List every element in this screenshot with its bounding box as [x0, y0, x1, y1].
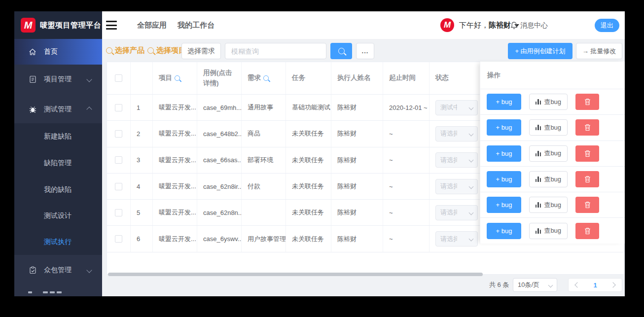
filter-links: 选择产品 选择项目	[106, 39, 186, 62]
status-select[interactable]: 请选择	[435, 231, 478, 247]
cell-index: 5	[131, 200, 153, 225]
row-checkbox[interactable]	[115, 183, 122, 190]
prev-page-button[interactable]	[574, 282, 580, 287]
plus-icon: +	[515, 47, 519, 55]
status-select[interactable]: 请选择	[435, 152, 478, 168]
select-all-checkbox[interactable]	[115, 74, 122, 82]
cell-project: 唛盟云开发...	[153, 147, 197, 173]
row-checkbox[interactable]	[115, 209, 122, 216]
delete-button[interactable]	[575, 119, 599, 136]
sidebar-item-my-defects[interactable]: 我的缺陷	[14, 179, 102, 199]
view-bug-button[interactable]: 查bug	[529, 171, 568, 187]
chevron-down-icon	[469, 184, 474, 189]
cell-case-link[interactable]: case_6yswv...	[197, 226, 242, 251]
cell-checkbox	[107, 121, 131, 146]
view-bug-button[interactable]: 查bug	[529, 223, 568, 239]
horizontal-scrollbar[interactable]	[108, 273, 483, 276]
cell-case-link[interactable]: case_648b2...	[197, 121, 242, 146]
trash-icon	[584, 98, 591, 106]
select-project-link[interactable]: 选择项目	[147, 46, 186, 55]
cell-requirement: 付款	[242, 174, 286, 199]
cell-case-link[interactable]: case_62n8n...	[197, 200, 242, 225]
message-center-link[interactable]: 消息中心	[520, 11, 548, 39]
add-bug-button[interactable]: + bug	[487, 197, 521, 213]
row-checkbox[interactable]	[115, 130, 122, 138]
delete-button[interactable]	[575, 145, 599, 162]
status-select[interactable]: 请选择	[435, 205, 478, 220]
add-bug-button[interactable]: + bug	[487, 171, 521, 187]
chevron-down-icon	[469, 131, 474, 136]
cell-task: 未关联任务	[286, 174, 331, 199]
view-bug-button[interactable]: 查bug	[529, 94, 568, 110]
cell-project: 唛盟云开发...	[153, 174, 197, 199]
sidebar-item-home[interactable]: 首页	[14, 39, 102, 65]
total-count-label: 共 6 条	[489, 278, 509, 292]
cell-task: 未关联任务	[286, 200, 331, 225]
add-bug-button[interactable]: + bug	[487, 223, 521, 239]
cell-case-link[interactable]: case_66sas...	[197, 147, 242, 173]
view-bug-button[interactable]: 查bug	[529, 119, 568, 136]
batch-edit-button[interactable]: → 批量修改	[576, 43, 622, 59]
current-page[interactable]: 1	[593, 282, 597, 289]
cell-index: 4	[131, 174, 153, 199]
search-icon	[338, 48, 345, 54]
bar-chart-icon	[536, 176, 541, 182]
cell-checkbox	[107, 200, 131, 225]
cell-project: 唛盟云开发...	[153, 226, 197, 251]
actions-fixed-column: 操作 + bug查bug+ bug查bug+ bug查bug+ bug查bug+…	[480, 62, 625, 244]
search-icon[interactable]	[175, 75, 180, 81]
logout-button[interactable]: 退出	[595, 19, 619, 32]
search-button[interactable]	[330, 43, 352, 59]
row-checkbox[interactable]	[115, 156, 122, 164]
more-filters-button[interactable]: ...	[356, 43, 374, 59]
page-size-select[interactable]: 10条/页	[513, 278, 557, 292]
delete-button[interactable]	[575, 94, 599, 110]
column-requirement: 需求	[242, 62, 286, 94]
nav-my-workbench[interactable]: 我的工作台	[178, 11, 215, 39]
create-plan-from-case-button[interactable]: + 由用例创建计划	[508, 43, 572, 59]
clipboard-icon	[28, 266, 37, 274]
row-checkbox[interactable]	[115, 104, 122, 111]
add-bug-button[interactable]: + bug	[487, 119, 521, 136]
brand-title: 唛盟项目管理平台	[40, 21, 101, 30]
chevron-down-icon	[548, 282, 553, 287]
cell-executor: 陈裕财	[331, 121, 383, 146]
cell-case-link[interactable]: case_69mh...	[197, 95, 242, 120]
sidebar-item-project-mgmt[interactable]: 项目管理	[14, 70, 102, 89]
sidebar-item-crowdsource-mgmt[interactable]: 众包管理	[14, 260, 102, 280]
cell-checkbox	[107, 174, 131, 199]
delete-button[interactable]	[575, 223, 599, 239]
status-select[interactable]: 测试中	[435, 100, 478, 115]
search-icon	[147, 47, 154, 54]
sidebar-item-new-defect[interactable]: 新建缺陷	[14, 126, 102, 146]
sidebar-item-test-execution[interactable]: 测试执行	[14, 232, 102, 251]
trash-icon	[584, 176, 591, 183]
select-product-link[interactable]: 选择产品	[106, 46, 144, 55]
status-select[interactable]: 请选择	[435, 126, 478, 141]
bar-chart-icon	[536, 99, 541, 105]
nav-all-apps[interactable]: 全部应用	[137, 11, 167, 39]
search-icon[interactable]	[263, 75, 269, 81]
fuzzy-search-input[interactable]	[225, 43, 326, 59]
cell-case-link[interactable]: case_62n8ir...	[197, 174, 242, 199]
cell-date-range: ~	[383, 147, 429, 173]
sidebar-item-test-design[interactable]: 测试设计	[14, 206, 102, 225]
trash-icon	[584, 227, 591, 235]
add-bug-button[interactable]: + bug	[487, 94, 521, 110]
status-select[interactable]: 请选择	[435, 179, 478, 194]
hamburger-menu-icon[interactable]	[106, 21, 117, 30]
avatar[interactable]: M	[440, 18, 454, 32]
delete-button[interactable]	[575, 197, 599, 213]
cell-project: 唛盟云开发...	[153, 121, 197, 146]
view-bug-button[interactable]: 查bug	[529, 145, 568, 162]
actions-row: + bug查bug	[480, 166, 625, 192]
view-bug-button[interactable]: 查bug	[529, 197, 568, 213]
sidebar-item-defect-mgmt[interactable]: 缺陷管理	[14, 153, 102, 173]
delete-button[interactable]	[575, 171, 599, 187]
sidebar-item-test-mgmt[interactable]: 测试管理	[14, 100, 102, 119]
select-requirement-button[interactable]: 选择需求	[181, 43, 221, 59]
add-bug-button[interactable]: + bug	[487, 145, 521, 162]
row-checkbox[interactable]	[115, 235, 122, 243]
bell-icon[interactable]	[510, 21, 518, 30]
next-page-button[interactable]	[610, 282, 615, 287]
